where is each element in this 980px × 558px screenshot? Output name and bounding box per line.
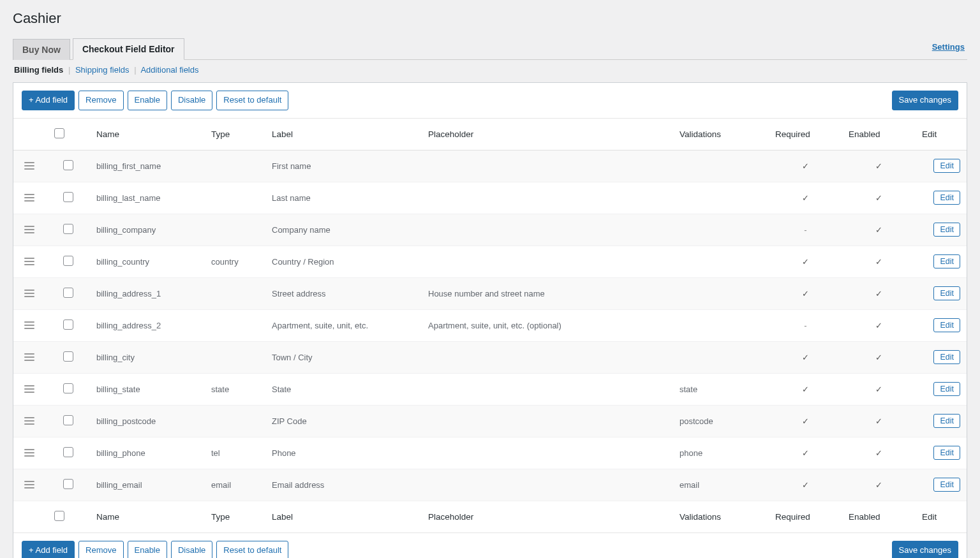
row-checkbox[interactable] xyxy=(63,447,73,457)
cell-type xyxy=(205,341,265,373)
drag-handle-icon[interactable] xyxy=(24,226,34,233)
save-changes-button-bottom[interactable]: Save changes xyxy=(892,541,958,558)
cell-enabled xyxy=(842,182,916,214)
subnav-billing[interactable]: Billing fields xyxy=(14,65,63,75)
drag-handle-icon[interactable] xyxy=(24,258,34,265)
cell-required xyxy=(769,469,842,501)
cell-enabled xyxy=(842,405,916,437)
remove-button-bottom[interactable]: Remove xyxy=(78,541,123,558)
drag-handle-icon[interactable] xyxy=(24,385,34,393)
drag-handle-icon[interactable] xyxy=(24,321,34,329)
table-row: billing_address_1Street addressHouse num… xyxy=(13,277,967,309)
cell-label: ZIP Code xyxy=(265,405,422,437)
row-checkbox[interactable] xyxy=(63,351,73,362)
row-checkbox[interactable] xyxy=(63,256,73,266)
page-title: Cashier xyxy=(13,10,967,27)
row-checkbox[interactable] xyxy=(63,479,73,489)
th-name: Name xyxy=(90,119,205,151)
cell-required xyxy=(769,182,842,214)
subnav-additional[interactable]: Additional fields xyxy=(140,65,198,75)
cell-enabled xyxy=(842,277,916,309)
check-icon xyxy=(875,289,882,298)
select-all-checkbox-top[interactable] xyxy=(54,128,64,138)
main-tabs: Buy Now Checkout Field Editor Settings xyxy=(13,38,967,60)
th-required: Required xyxy=(769,119,842,151)
cell-enabled xyxy=(842,309,916,341)
drag-handle-icon[interactable] xyxy=(24,290,34,297)
cell-label: Town / City xyxy=(265,341,422,373)
check-icon xyxy=(802,448,809,458)
edit-row-button[interactable]: Edit xyxy=(933,478,960,492)
cell-type xyxy=(205,214,265,246)
cell-required xyxy=(769,277,842,309)
edit-row-button[interactable]: Edit xyxy=(933,286,960,300)
row-checkbox[interactable] xyxy=(63,288,73,298)
table-row: billing_companyCompany nameEdit xyxy=(13,214,967,246)
edit-row-button[interactable]: Edit xyxy=(933,254,960,268)
edit-row-button[interactable]: Edit xyxy=(933,446,960,460)
drag-handle-icon[interactable] xyxy=(24,162,34,170)
enable-button[interactable]: Enable xyxy=(128,91,167,110)
cell-name: billing_company xyxy=(90,214,205,246)
edit-row-button[interactable]: Edit xyxy=(933,382,960,396)
tab-buy-now[interactable]: Buy Now xyxy=(13,39,70,60)
edit-row-button[interactable]: Edit xyxy=(933,414,960,428)
check-icon xyxy=(802,480,809,490)
cell-required xyxy=(769,373,842,405)
cell-label: Last name xyxy=(265,182,422,214)
cell-validations xyxy=(673,246,769,277)
cell-type xyxy=(205,405,265,437)
select-all-checkbox-bottom[interactable] xyxy=(54,511,64,521)
disable-button[interactable]: Disable xyxy=(171,91,212,110)
row-checkbox[interactable] xyxy=(63,192,73,202)
edit-row-button[interactable]: Edit xyxy=(933,350,960,364)
cell-label: Email address xyxy=(265,469,422,501)
tf-name: Name xyxy=(90,501,205,532)
tf-type: Type xyxy=(205,501,265,532)
cell-validations xyxy=(673,150,769,182)
cell-placeholder xyxy=(422,405,673,437)
cell-label: Street address xyxy=(265,277,422,309)
check-icon xyxy=(875,480,882,490)
add-field-button[interactable]: + Add field xyxy=(22,91,75,110)
tab-checkout-field-editor[interactable]: Checkout Field Editor xyxy=(73,38,184,60)
cell-placeholder xyxy=(422,469,673,501)
cell-type xyxy=(205,182,265,214)
disable-button-bottom[interactable]: Disable xyxy=(171,541,212,558)
settings-link[interactable]: Settings xyxy=(932,42,967,55)
reset-button-bottom[interactable]: Reset to default xyxy=(216,541,288,558)
cell-label: First name xyxy=(265,150,422,182)
row-checkbox[interactable] xyxy=(63,383,73,393)
cell-label: Company name xyxy=(265,214,422,246)
row-checkbox[interactable] xyxy=(63,319,73,330)
check-icon xyxy=(875,448,882,458)
save-changes-button[interactable]: Save changes xyxy=(892,91,958,110)
remove-button[interactable]: Remove xyxy=(78,91,123,110)
row-checkbox[interactable] xyxy=(63,415,73,425)
table-row: billing_countrycountryCountry / RegionEd… xyxy=(13,246,967,277)
edit-row-button[interactable]: Edit xyxy=(933,318,960,332)
drag-handle-icon[interactable] xyxy=(24,194,34,202)
cell-enabled xyxy=(842,341,916,373)
drag-handle-icon[interactable] xyxy=(24,353,34,361)
th-edit: Edit xyxy=(916,119,967,151)
th-label: Label xyxy=(265,119,422,151)
drag-handle-icon[interactable] xyxy=(24,449,34,457)
edit-row-button[interactable]: Edit xyxy=(933,191,960,205)
row-checkbox[interactable] xyxy=(63,224,73,234)
table-row: billing_cityTown / CityEdit xyxy=(13,341,967,373)
edit-row-button[interactable]: Edit xyxy=(933,159,960,173)
drag-handle-icon[interactable] xyxy=(24,417,34,425)
edit-row-button[interactable]: Edit xyxy=(933,223,960,237)
subnav-shipping[interactable]: Shipping fields xyxy=(75,65,130,75)
check-icon xyxy=(875,321,882,330)
cell-placeholder xyxy=(422,373,673,405)
field-group-subnav: Billing fields | Shipping fields | Addit… xyxy=(13,60,967,82)
cell-type: email xyxy=(205,469,265,501)
enable-button-bottom[interactable]: Enable xyxy=(128,541,167,558)
drag-handle-icon[interactable] xyxy=(24,481,34,488)
row-checkbox[interactable] xyxy=(63,160,73,170)
tf-label: Label xyxy=(265,501,422,532)
reset-button[interactable]: Reset to default xyxy=(216,91,288,110)
add-field-button-bottom[interactable]: + Add field xyxy=(22,541,75,558)
